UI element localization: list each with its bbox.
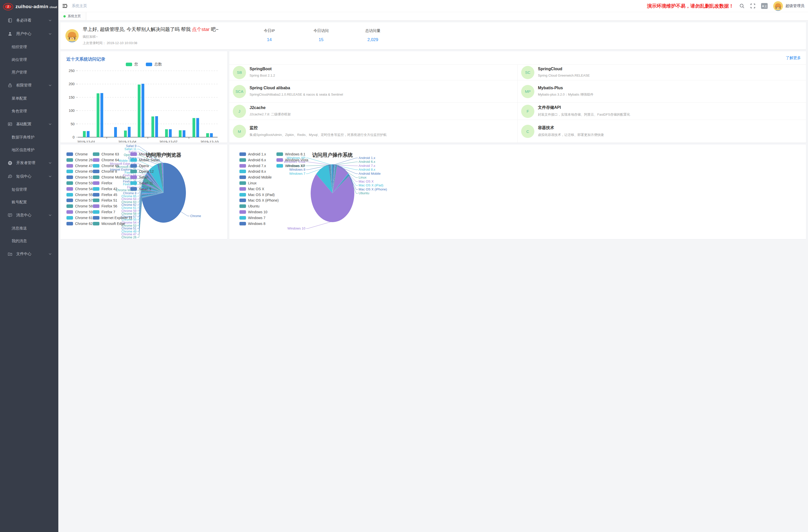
legend-item-Windows 7[interactable]: Windows 7 — [239, 216, 265, 220]
bar-您-2019-12-08[interactable] — [179, 130, 182, 137]
legend-item-Chrome 26[interactable]: Chrome 26 — [67, 158, 93, 162]
bar-您-2019-12-09[interactable] — [192, 118, 195, 137]
legend-item-Linux[interactable]: Linux — [239, 181, 256, 185]
legend-item-Chrome[interactable]: Chrome — [67, 152, 88, 156]
sidebar-subitem-组织管理[interactable]: 组织管理 — [0, 41, 58, 53]
bar-您-2019-12-04[interactable] — [124, 131, 127, 137]
legend-item-Chrome 8[interactable]: Chrome 8 — [93, 169, 117, 173]
bar-您-2019-12-01[interactable] — [83, 131, 86, 137]
legend-swatch — [239, 181, 246, 185]
legend-item-Ubuntu[interactable]: Ubuntu — [239, 204, 259, 208]
sidebar-subitem-我的消息[interactable]: 我的消息 — [0, 235, 58, 247]
bar-总数-2019-12-01[interactable] — [87, 131, 90, 137]
sidebar-subitem-角色管理[interactable]: 角色管理 — [0, 105, 58, 117]
legend-item-Safari 11[interactable]: Safari 11 — [130, 181, 153, 185]
legend-swatch — [130, 176, 137, 179]
legend-item-Android 8.x[interactable]: Android 8.x — [239, 169, 266, 173]
tab-system-home[interactable]: 系统主页 — [58, 12, 86, 20]
legend-item-Mac OS X (iPhone)[interactable]: Mac OS X (iPhone) — [239, 198, 279, 202]
sidebar-subitem-岗位管理[interactable]: 岗位管理 — [0, 53, 58, 66]
legend-item-Chrome 62[interactable]: Chrome 62 — [67, 222, 93, 226]
legend-item-Chrome 61[interactable]: Chrome 61 — [67, 216, 93, 220]
legend-item-Chrome 47[interactable]: Chrome 47 — [67, 164, 93, 168]
legend-item-Chrome 58[interactable]: Chrome 58 — [67, 204, 93, 208]
sidebar-item-文件中心[interactable]: 文件中心 — [0, 247, 58, 261]
bar-您-2019-12-07[interactable] — [165, 129, 168, 137]
legend-item-Internet Explorer 11[interactable]: Internet Explorer 11 — [93, 216, 132, 220]
legend-item-Microsoft Edge[interactable]: Microsoft Edge — [93, 222, 125, 226]
legend-item-Safari[interactable]: Safari — [130, 175, 148, 179]
legend-item-Chrome 53[interactable]: Chrome 53 — [67, 181, 93, 185]
legend-item-Opera[interactable]: Opera — [130, 164, 149, 168]
legend-item-Chrome 59[interactable]: Chrome 59 — [67, 210, 93, 214]
legend-item-Mac OS X[interactable]: Mac OS X — [239, 187, 264, 191]
bar-总数-2019-12-08[interactable] — [183, 130, 185, 137]
legend-item-Mac OS X (iPad)[interactable]: Mac OS X (iPad) — [239, 193, 275, 197]
legend-item-Windows 10[interactable]: Windows 10 — [239, 210, 267, 214]
bar-总数-2019-12-06[interactable] — [155, 116, 158, 137]
legend-item-Firefox 42[interactable]: Firefox 42 — [93, 187, 117, 191]
sidebar-collapse-icon[interactable] — [62, 3, 68, 9]
sidebar-subitem-账号配置[interactable]: 账号配置 — [0, 196, 58, 208]
legend-item-Windows 8[interactable]: Windows 8 — [239, 222, 265, 226]
bar-总数-2019-12-03[interactable] — [114, 127, 117, 137]
bar-总数-2019-12-09[interactable] — [196, 118, 199, 137]
sidebar-item-短信中心[interactable]: 短信中心 — [0, 170, 58, 183]
legend-item-Firefox 51[interactable]: Firefox 51 — [93, 198, 117, 202]
sidebar-subitem-短信管理[interactable]: 短信管理 — [0, 183, 58, 196]
bar-您-2019-12-05[interactable] — [138, 85, 141, 137]
legend-label: Android 8.x — [248, 169, 266, 173]
sidebar-item-用户中心[interactable]: 用户中心 — [0, 27, 58, 41]
legend-item-Safari 9[interactable]: Safari 9 — [130, 187, 151, 191]
feature-card-SpringBoot: SBSpringBootSpring Boot 2.1.2 — [229, 65, 404, 80]
legend-item-Firefox 7[interactable]: Firefox 7 — [93, 210, 115, 214]
sidebar-subitem-用户管理[interactable]: 用户管理 — [0, 66, 58, 79]
legend-item-Chrome 57[interactable]: Chrome 57 — [67, 198, 93, 202]
sidebar-subitem-消息推送[interactable]: 消息推送 — [0, 222, 58, 235]
legend-item-Chrome Mobile[interactable]: Chrome Mobile — [93, 175, 126, 179]
last-login-label: 上次登录时间： — [83, 41, 106, 45]
bar-总数-2019-12-05[interactable] — [142, 84, 144, 137]
legend-item-您[interactable]: 您 — [126, 62, 138, 67]
legend-item-Chrome 64[interactable]: Chrome 64 — [93, 158, 119, 162]
legend-item-Opera 12[interactable]: Opera 12 — [130, 169, 154, 173]
legend-item-Firefox[interactable]: Firefox — [93, 181, 112, 185]
legend-item-Windows Vista[interactable]: Windows Vista — [276, 158, 308, 162]
legend-item-Chrome 63[interactable]: Chrome 63 — [93, 152, 119, 156]
legend-item-Windows XP[interactable]: Windows XP — [276, 164, 305, 168]
bar-总数-2019-12-04[interactable] — [128, 127, 131, 137]
legend-item-总数[interactable]: 总数 — [146, 62, 162, 67]
legend-item-Android Mobile[interactable]: Android Mobile — [239, 175, 272, 179]
bar-您-2019-12-02[interactable] — [97, 93, 99, 137]
legend-item-Firefox 45[interactable]: Firefox 45 — [93, 193, 117, 197]
bar-您-2019-12-06[interactable] — [151, 116, 154, 137]
sidebar-item-基础配置[interactable]: 基础配置 — [0, 117, 58, 131]
sidebar-item-务必详看[interactable]: 务必详看 — [0, 14, 58, 27]
sidebar-menu: 务必详看用户中心组织管理岗位管理用户管理权限管理菜单配置角色管理基础配置数据字典… — [0, 14, 58, 261]
legend-item-Windows 8.1[interactable]: Windows 8.1 — [276, 152, 305, 156]
legend-item-Firefox 56[interactable]: Firefox 56 — [93, 204, 117, 208]
bar-您-2019-12-03[interactable] — [110, 137, 113, 137]
legend-item-Chrome 54[interactable]: Chrome 54 — [67, 187, 93, 191]
bar-总数-2019-12-10[interactable] — [210, 133, 213, 137]
bar-总数-2019-12-07[interactable] — [169, 129, 172, 137]
sidebar-subitem-地区信息维护[interactable]: 地区信息维护 — [0, 144, 58, 156]
tech-stack-card: 了解更多 SBSpringBootSpring Boot 2.1.2SCSpri… — [229, 51, 404, 143]
legend-item-Android 7.x[interactable]: Android 7.x — [239, 164, 266, 168]
legend-item-Android 6.x[interactable]: Android 6.x — [239, 158, 266, 162]
sidebar-item-开发者管理[interactable]: 开发者管理 — [0, 156, 58, 170]
legend-item-Chrome 55[interactable]: Chrome 55 — [67, 193, 93, 197]
legend-item-Chrome 51[interactable]: Chrome 51 — [67, 175, 93, 179]
bar-总数-2019-12-02[interactable] — [100, 93, 103, 137]
legend-item-Chrome 49[interactable]: Chrome 49 — [67, 169, 93, 173]
legend-item-Mobile Safari[interactable]: Mobile Safari — [130, 158, 160, 162]
sidebar-item-权限管理[interactable]: 权限管理 — [0, 79, 58, 92]
feature-title: 监控 — [250, 125, 387, 131]
legend-item-Chrome 65[interactable]: Chrome 65 — [93, 164, 119, 168]
bar-您-2019-12-10[interactable] — [206, 133, 209, 137]
star-link[interactable]: 点个star — [192, 26, 210, 32]
legend-item-Android 1.x[interactable]: Android 1.x — [239, 152, 266, 156]
sidebar-subitem-菜单配置[interactable]: 菜单配置 — [0, 92, 58, 105]
sidebar-subitem-数据字典维护[interactable]: 数据字典维护 — [0, 131, 58, 144]
sidebar-item-消息中心[interactable]: 消息中心 — [0, 208, 58, 222]
